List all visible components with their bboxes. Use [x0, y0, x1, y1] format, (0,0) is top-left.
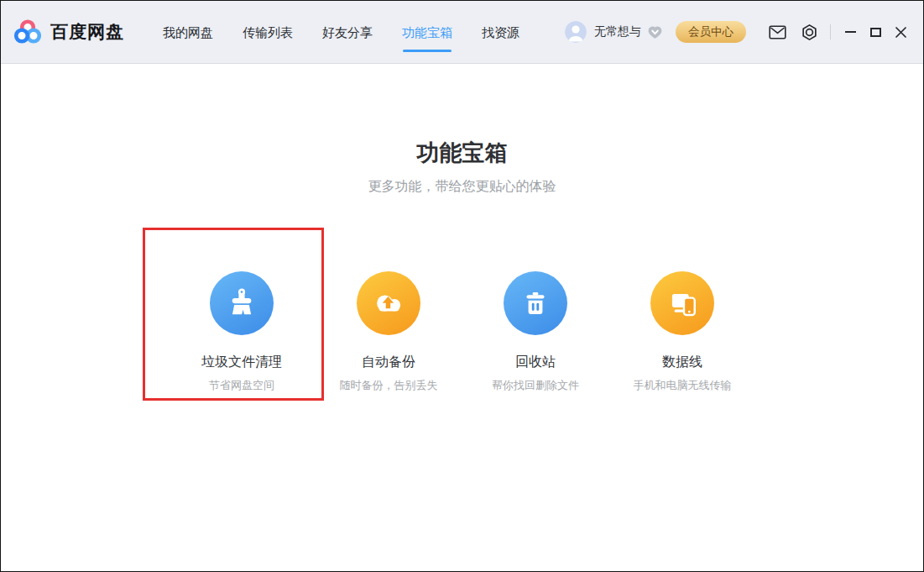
broom-icon — [210, 271, 274, 335]
app-logo: 百度网盘 — [13, 18, 124, 45]
gear-icon — [801, 24, 818, 41]
tab-toolbox[interactable]: 功能宝箱 — [402, 1, 452, 64]
vip-level-badge-icon — [647, 25, 663, 39]
page-subtitle: 更多功能，带给您更贴心的体验 — [1, 178, 923, 196]
maximize-icon — [870, 28, 881, 37]
feature-subtitle: 手机和电脑无线传输 — [634, 378, 732, 393]
username[interactable]: 无常想与 — [594, 24, 641, 39]
close-button[interactable] — [888, 20, 913, 44]
user-avatar[interactable] — [565, 21, 587, 43]
vip-center-button[interactable]: 会员中心 — [676, 21, 746, 43]
topbar: 百度网盘 我的网盘 传输列表 好友分享 功能宝箱 找资源 无常想与 — [1, 1, 923, 64]
envelope-icon — [769, 25, 786, 39]
trash-icon — [504, 271, 567, 335]
messages-button[interactable] — [765, 19, 790, 45]
feature-subtitle: 节省网盘空间 — [209, 378, 274, 393]
baidu-netdisk-window: 百度网盘 我的网盘 传输列表 好友分享 功能宝箱 找资源 无常想与 — [0, 0, 924, 572]
feature-card-recycle-bin[interactable]: 回收站 帮你找回删除文件 — [462, 271, 609, 393]
tab-transfer-list[interactable]: 传输列表 — [243, 1, 293, 64]
feature-title: 回收站 — [515, 354, 556, 371]
feature-subtitle: 随时备份，告别丢失 — [340, 378, 438, 393]
minimize-button[interactable] — [838, 20, 863, 44]
feature-title: 自动备份 — [362, 354, 415, 371]
netdisk-logo-icon — [13, 18, 43, 45]
brand-title: 百度网盘 — [50, 20, 124, 44]
close-icon — [895, 27, 906, 38]
maximize-button[interactable] — [863, 20, 888, 44]
feature-subtitle: 帮你找回删除文件 — [492, 378, 579, 393]
page-title: 功能宝箱 — [1, 138, 923, 168]
minimize-icon — [845, 31, 856, 33]
feature-grid: 垃圾文件清理 节省网盘空间 自动备份 随时备份，告别丢失 — [1, 271, 923, 393]
tab-friend-share[interactable]: 好友分享 — [322, 1, 373, 64]
feature-title: 数据线 — [662, 354, 702, 371]
devices-icon — [650, 271, 714, 335]
main-nav: 我的网盘 传输列表 好友分享 功能宝箱 找资源 — [163, 1, 519, 64]
feature-title: 垃圾文件清理 — [201, 354, 282, 371]
cloud-upload-icon — [357, 271, 420, 335]
settings-button[interactable] — [796, 19, 822, 45]
feature-card-junk-cleaner[interactable]: 垃圾文件清理 节省网盘空间 — [169, 271, 316, 393]
topbar-divider — [830, 24, 831, 39]
tab-my-netdisk[interactable]: 我的网盘 — [163, 1, 213, 64]
toolbox-page: 功能宝箱 更多功能，带给您更贴心的体验 垃圾文件清理 节省网盘空间 — [1, 64, 923, 393]
feature-card-auto-backup[interactable]: 自动备份 随时备份，告别丢失 — [316, 271, 462, 393]
tab-find-resource[interactable]: 找资源 — [482, 1, 519, 64]
topbar-right: 无常想与 会员中心 — [565, 19, 913, 45]
feature-card-data-cable[interactable]: 数据线 手机和电脑无线传输 — [609, 271, 756, 393]
